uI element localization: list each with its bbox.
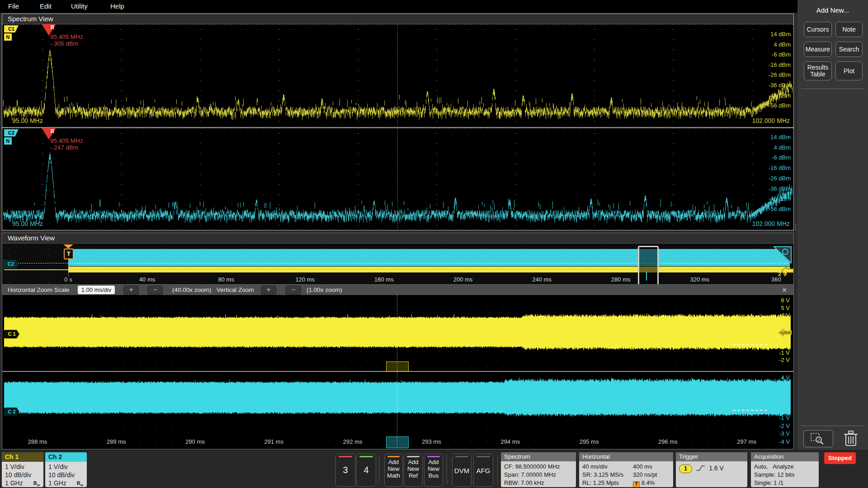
add-new-math-button[interactable]: Add New Math [384, 454, 403, 487]
trigger-position-icon: T [633, 481, 640, 487]
ch1-settings-badge[interactable]: Ch 1 1 V/div 10 dB/div 1 GHzBw [2, 452, 43, 487]
normal-trace-badge-c2[interactable]: N [4, 137, 12, 145]
ch3-button[interactable]: 3 [335, 454, 355, 487]
ch1-spectrum-scale: 10 dB/div [5, 471, 43, 479]
waveform-overview[interactable]: C2 T 2 V 0 s40 ms80 ms120 ms160 ms200 ms… [2, 244, 793, 284]
ch1-voltage-label: 5 V [763, 305, 790, 311]
center-frequency: CF: 98.5000000 MHz [504, 463, 576, 471]
ch2-voltage-label: -4 V [763, 438, 790, 445]
overview-ch1-band [68, 267, 790, 272]
spectrum-plot-ch2: C2 N R 95.405 MHz -.247 dBm 95.00 MHz 10… [2, 128, 793, 230]
v-zoom-in-button[interactable]: + [261, 286, 276, 295]
dbm-axis-label: -16 dBm [759, 164, 791, 171]
ch1-waveform-badge[interactable]: C 1 [4, 330, 19, 338]
plot-button[interactable]: Plot [835, 61, 863, 80]
add-new-bus-button[interactable]: Add New Bus [424, 454, 443, 487]
zoomed-waveform-area[interactable]: C 1 C 2 288 ms289 ms290 ms291 ms292 ms29… [2, 295, 793, 448]
menu-help[interactable]: Help [110, 2, 124, 10]
trigger-panel-title: Trigger [676, 452, 747, 461]
ch1-voltage-label: 0 V [763, 342, 790, 348]
menu-edit[interactable]: Edit [40, 2, 52, 10]
overview-time-label: 240 ms [532, 276, 552, 283]
overview-time-label: 80 ms [218, 276, 234, 283]
spectrum-trace-ch2[interactable] [3, 128, 793, 229]
ch2-settings-badge[interactable]: Ch 2 1 V/div 10 dB/div 1 GHzBw [45, 452, 87, 487]
waveform-trace-ch1[interactable] [4, 296, 791, 371]
ch1-voltage-label: -1 V [763, 349, 790, 356]
overview-time-label: 320 ms [690, 276, 709, 283]
ch1-voltage-label: 6 V [763, 297, 790, 304]
v-zoom-out-button[interactable]: − [286, 286, 301, 295]
h-zoom-out-button[interactable]: − [147, 286, 163, 295]
zoom-selection-box[interactable] [638, 246, 659, 286]
dvm-stripe [455, 456, 468, 457]
dvm-button[interactable]: DVM [452, 454, 472, 487]
ch2-bw-limit-badge: Bw [77, 479, 83, 487]
trigger-settings-panel[interactable]: Trigger 1 1.6 V [676, 452, 747, 487]
menu-file[interactable]: File [8, 2, 19, 10]
button-group-divider [497, 455, 498, 484]
single-count: Single: 1 /1 [754, 479, 819, 487]
trigger-level-value: 1.6 V [709, 465, 724, 472]
stopped-status-button[interactable]: Stopped [824, 452, 856, 464]
zoom-time-label: 295 ms [580, 438, 599, 445]
close-zoom-icon[interactable]: ✕ [782, 286, 787, 294]
overview-time-label: 40 ms [139, 276, 155, 283]
afg-button[interactable]: AFG [473, 454, 493, 487]
h-zoom-in-button[interactable]: + [123, 286, 139, 295]
spectrum-trace-ch1[interactable] [3, 24, 793, 127]
horizontal-settings-panel[interactable]: Horizontal 40 ms/div400 ms SR: 3.125 MS/… [579, 452, 673, 487]
menu-utility[interactable]: Utility [71, 2, 88, 10]
horizontal-window: 400 ms [633, 463, 652, 470]
note-button[interactable]: Note [835, 22, 863, 37]
overview-c2-tag[interactable]: C2 [3, 260, 19, 268]
waveform-view-panel: Waveform View C2 T 2 V 0 [2, 233, 794, 450]
oscilloscope-app: File Edit Utility Help Spectrum View C1 … [0, 0, 868, 488]
acquisition-analyze: Analyze [773, 463, 793, 470]
search-button[interactable]: Search [835, 42, 863, 57]
rising-edge-icon [696, 465, 706, 472]
trigger-marker[interactable]: T [64, 249, 74, 259]
add-new-ref-button[interactable]: Add New Ref [404, 454, 423, 487]
dbm-axis-label: -16 dBm [759, 61, 791, 68]
zoom-time-label: 289 ms [107, 438, 126, 445]
dbm-axis-label: 4 dBm [759, 41, 791, 48]
ch4-button[interactable]: 4 [356, 454, 376, 487]
ch1-event-box[interactable] [386, 361, 409, 372]
sample-bits: Sample: 12 bits [754, 471, 819, 479]
zoom-scale-value[interactable]: 1.00 ms/div [78, 286, 115, 294]
zoom-select-button[interactable] [803, 430, 833, 447]
ch1-bw-limit-badge: Bw [33, 479, 40, 487]
measure-button[interactable]: Measure [804, 42, 832, 57]
ref-color-stripe [407, 456, 420, 457]
normal-trace-badge-c1[interactable]: N [4, 33, 12, 41]
acquisition-mode: Auto, [754, 463, 768, 470]
button-group-divider [447, 455, 447, 484]
ch2-voltage-label: -3 V [763, 430, 790, 437]
trash-icon[interactable] [842, 429, 860, 447]
trigger-position-percent: 8.4% [642, 479, 655, 486]
waveform-trace-ch2[interactable] [4, 372, 791, 445]
cursors-button[interactable]: Cursors [804, 22, 832, 37]
trigger-position-icon[interactable] [63, 244, 73, 249]
acquisition-settings-panel[interactable]: Acquisition Auto, Analyze Sample: 12 bit… [751, 452, 819, 487]
ch2-spectrum-scale: 10 dB/div [48, 471, 87, 479]
ch2-voltage-label: 2 V [763, 390, 790, 397]
zoom-select-icon [804, 431, 832, 446]
results-table-button[interactable]: Results Table [804, 61, 832, 80]
dbm-axis-label: -56 dBm [759, 206, 791, 212]
zoom-time-label: 293 ms [422, 438, 441, 445]
ch2-event-box[interactable] [386, 436, 409, 448]
ch2-waveform-badge[interactable]: C 2 [4, 408, 19, 416]
zoom-time-label: 294 ms [500, 438, 520, 445]
v-zoom-factor: (1.00x zoom) [307, 286, 342, 293]
overview-ch2-ground-line [4, 263, 790, 263]
add-new-title: Add New... [797, 6, 868, 14]
dbm-axis-label: -46 dBm [759, 195, 791, 202]
overview-time-label: 200 ms [453, 276, 473, 283]
zoom-overview-magnifier-icon[interactable] [773, 246, 792, 264]
dbm-axis-label: -36 dBm [759, 185, 791, 192]
spectrum-settings-panel[interactable]: Spectrum CF: 98.5000000 MHz Span: 7.0000… [501, 452, 576, 487]
ch1-badge-title: Ch 1 [2, 452, 43, 462]
span: Span: 7.00000 MHz [504, 471, 576, 479]
